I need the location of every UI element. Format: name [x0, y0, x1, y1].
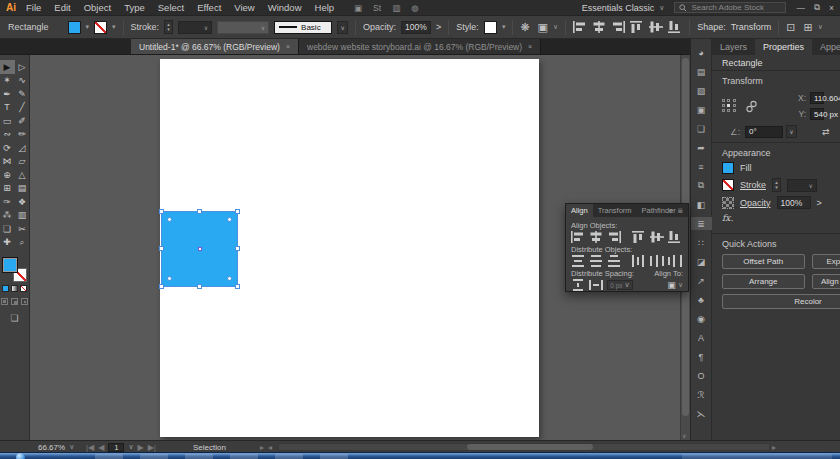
- align-top-icon[interactable]: [630, 21, 644, 33]
- chevron-down-icon[interactable]: ▾: [112, 23, 116, 31]
- menu-item[interactable]: File: [26, 2, 41, 13]
- opacity-field[interactable]: 100%: [401, 21, 431, 34]
- align-right-icon[interactable]: [611, 21, 625, 33]
- menu-item[interactable]: Select: [158, 2, 184, 13]
- panel-tab[interactable]: Layers: [712, 39, 755, 55]
- menu-item[interactable]: Help: [315, 2, 335, 13]
- gradient-tool[interactable]: ▤: [15, 182, 30, 196]
- isolate-mode-icon[interactable]: ⊡: [786, 21, 795, 34]
- stroke-style-dropdown[interactable]: Basic: [274, 21, 332, 34]
- horizontal-scrollbar-thumb[interactable]: [467, 444, 593, 450]
- close-tab-icon[interactable]: ×: [286, 43, 290, 50]
- taskbar-app-button[interactable]: [140, 454, 168, 459]
- draw-inside-icon[interactable]: [21, 298, 28, 305]
- swatches-panel-icon[interactable]: ▧: [691, 84, 712, 97]
- stroke-weight-stepper[interactable]: ▴▾: [164, 20, 173, 34]
- shape-menu-button[interactable]: Shape:: [697, 22, 726, 32]
- opacity-link[interactable]: Opacity: [740, 198, 771, 208]
- align-horizontal-center-icon[interactable]: [592, 21, 606, 33]
- fill-proxy-swatch[interactable]: [2, 257, 18, 273]
- corner-widget[interactable]: [227, 217, 232, 222]
- align-bottom-icon[interactable]: [668, 231, 682, 243]
- fill-swatch[interactable]: [722, 162, 734, 174]
- workspace-switcher[interactable]: Essentials Classic ∨: [582, 3, 665, 13]
- quick-action-button[interactable]: Expand Shape: [812, 254, 840, 269]
- options-icon[interactable]: ⊞: [804, 21, 813, 34]
- paragraph-panel-icon[interactable]: ¶: [691, 350, 712, 363]
- angle-field[interactable]: 0°: [745, 126, 783, 138]
- first-artboard-icon[interactable]: |◀: [86, 443, 94, 452]
- align-panel-icon[interactable]: ≣: [691, 217, 712, 230]
- taskbar-app-button[interactable]: [275, 454, 303, 459]
- next-artboard-icon[interactable]: ▶: [138, 443, 144, 452]
- selection-tool[interactable]: ▶: [0, 60, 15, 74]
- menu-item[interactable]: Edit: [54, 2, 70, 13]
- stroke-panel-icon[interactable]: ≡: [691, 160, 712, 173]
- y-field[interactable]: 540 px: [810, 108, 824, 120]
- selected-rectangle[interactable]: [162, 212, 237, 286]
- graphic-style-swatch[interactable]: [484, 21, 497, 34]
- align-horizontal-center-icon[interactable]: [589, 231, 603, 243]
- glyphs-panel-icon[interactable]: ℛ: [691, 388, 712, 401]
- scroll-left-icon[interactable]: ◂: [268, 443, 272, 452]
- vertical-distribute-space-icon[interactable]: [571, 279, 585, 291]
- windows-start-button[interactable]: [16, 453, 25, 459]
- color-button[interactable]: [2, 285, 9, 292]
- line-segment-tool[interactable]: ╱: [15, 101, 30, 115]
- corner-widget[interactable]: [227, 276, 232, 281]
- artboards-panel-icon[interactable]: ❏: [691, 122, 712, 135]
- transform-panel-icon[interactable]: ∷: [691, 236, 712, 249]
- horizontal-distribute-space-icon[interactable]: [589, 279, 603, 291]
- selection-handle[interactable]: [235, 284, 240, 289]
- collapse-panel-icon[interactable]: »: [669, 207, 673, 215]
- horizontal-distribute-right-icon[interactable]: [668, 255, 682, 267]
- quick-action-button[interactable]: Arrange: [722, 274, 805, 289]
- taskbar-app-button[interactable]: [95, 454, 123, 459]
- symbols-panel-icon[interactable]: ♣: [691, 293, 712, 306]
- opacity-panel-chevron[interactable]: >: [436, 22, 441, 32]
- pencil-tool[interactable]: ✏: [15, 128, 30, 142]
- stroke-link[interactable]: Stroke: [740, 180, 766, 190]
- artboard-number-field[interactable]: 1: [108, 443, 124, 452]
- menu-item[interactable]: Effect: [197, 2, 221, 13]
- vertical-distribute-top-icon[interactable]: [571, 255, 585, 267]
- opentype-panel-icon[interactable]: O: [691, 369, 712, 382]
- corner-widget[interactable]: [167, 276, 172, 281]
- taskbar-app-button[interactable]: [320, 454, 348, 459]
- angle-dropdown-chevron[interactable]: ∨: [786, 125, 797, 138]
- export-panel-icon[interactable]: ↗: [691, 274, 712, 287]
- link-dimensions-icon[interactable]: [744, 100, 758, 113]
- minimize-button[interactable]: —: [796, 3, 805, 13]
- gradient-panel-icon[interactable]: ▤: [691, 65, 712, 78]
- align-bottom-icon[interactable]: [668, 21, 682, 33]
- shaper-tool[interactable]: ∾: [0, 128, 15, 142]
- magic-wand-tool[interactable]: ✶: [0, 74, 15, 88]
- direct-selection-tool[interactable]: ▷: [15, 60, 30, 74]
- asset-export-panel-icon[interactable]: ➦: [691, 141, 712, 154]
- color-panel-icon[interactable]: ◕: [691, 46, 712, 59]
- chevron-down-icon[interactable]: ∨: [818, 23, 823, 31]
- stroke-weight-dropdown[interactable]: ∨: [178, 21, 212, 34]
- transform-menu-button[interactable]: Transform: [731, 22, 772, 32]
- layers-panel-icon[interactable]: ◪: [691, 255, 712, 268]
- selection-handle[interactable]: [159, 284, 164, 289]
- rotate-tool[interactable]: ⟳: [0, 141, 15, 155]
- type-tool[interactable]: T: [0, 101, 15, 115]
- align-to-selection-dropdown[interactable]: ▣∨: [667, 280, 683, 290]
- free-transform-tool[interactable]: ▱: [15, 155, 30, 169]
- selection-handle[interactable]: [197, 284, 202, 289]
- change-screen-mode-icon[interactable]: ❏: [0, 313, 29, 323]
- selection-handle[interactable]: [159, 246, 164, 251]
- align-left-icon[interactable]: [571, 231, 585, 243]
- previous-artboard-icon[interactable]: ◀: [98, 443, 104, 452]
- menu-item[interactable]: Type: [124, 2, 145, 13]
- stroke-style-chevron[interactable]: ∨: [337, 21, 348, 34]
- paintbrush-tool[interactable]: ✐: [15, 114, 30, 128]
- libraries-panel-icon[interactable]: ◉: [691, 312, 712, 325]
- taskbar-tray[interactable]: [682, 454, 832, 459]
- draw-behind-icon[interactable]: [11, 298, 18, 305]
- zoom-tool[interactable]: ⌕: [15, 236, 30, 250]
- quick-action-button[interactable]: Recolor: [722, 294, 840, 309]
- bridge-icon[interactable]: ▣: [354, 3, 362, 13]
- scroll-down-icon[interactable]: ∨: [682, 432, 686, 439]
